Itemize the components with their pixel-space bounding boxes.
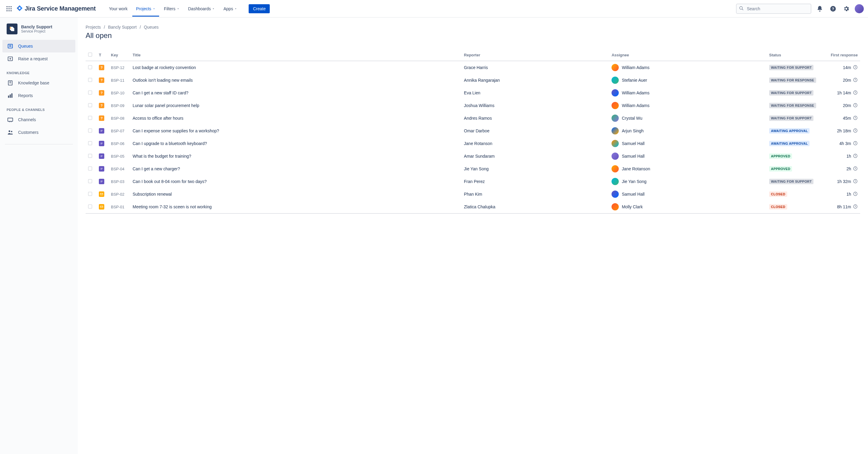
create-button[interactable]: Create <box>249 4 270 13</box>
table-row[interactable]: BSP-02 Subscription renewal Phan Kim Sam… <box>86 188 860 201</box>
chevron-down-icon <box>153 6 156 11</box>
nav-apps[interactable]: Apps <box>220 1 241 17</box>
issue-key[interactable]: BSP-11 <box>111 78 124 83</box>
issue-title[interactable]: Lost badge at rocketry convention <box>133 65 196 70</box>
issue-title[interactable]: Access to office after hours <box>133 116 184 121</box>
reporter-name: Joshua Williams <box>464 103 494 108</box>
row-checkbox[interactable] <box>88 204 92 209</box>
row-checkbox[interactable] <box>88 116 92 120</box>
issue-title[interactable]: What is the budget for training? <box>133 154 191 158</box>
nav-filters[interactable]: Filters <box>160 1 183 17</box>
table-row[interactable]: BSP-03 Can I book out 8-04 room for two … <box>86 175 860 188</box>
row-checkbox[interactable] <box>88 192 92 196</box>
column-title[interactable]: Title <box>130 50 461 61</box>
status-badge[interactable]: CLOSED <box>769 204 787 210</box>
assignee-avatar <box>612 140 619 147</box>
issue-key[interactable]: BSP-05 <box>111 154 124 158</box>
row-checkbox[interactable] <box>88 103 92 107</box>
breadcrumb-item[interactable]: Bancly Support <box>108 25 136 30</box>
breadcrumb-item[interactable]: Queues <box>144 25 158 30</box>
table-row[interactable]: ? BSP-09 Lunar solar panel procurement h… <box>86 99 860 112</box>
issue-title[interactable]: Can I get a new staff ID card? <box>133 90 188 95</box>
status-badge[interactable]: WAITING FOR SUPPORT <box>769 90 813 96</box>
issue-type-icon <box>99 153 106 159</box>
row-checkbox[interactable] <box>88 65 92 69</box>
sidebar-item-customers[interactable]: Customers <box>2 126 75 139</box>
row-checkbox[interactable] <box>88 167 92 171</box>
svg-rect-36 <box>101 131 103 131</box>
settings-icon[interactable] <box>841 4 851 13</box>
issue-key[interactable]: BSP-06 <box>111 141 124 146</box>
issue-key[interactable]: BSP-09 <box>111 103 124 108</box>
table-row[interactable]: BSP-01 Meeting room 7-32 is sceen is not… <box>86 201 860 213</box>
issue-title[interactable]: Can I get a new charger? <box>133 167 180 171</box>
issue-key[interactable]: BSP-12 <box>111 65 124 70</box>
issue-key[interactable]: BSP-02 <box>111 192 124 196</box>
status-badge[interactable]: WAITING FOR SUPPORT <box>769 179 813 184</box>
row-checkbox[interactable] <box>88 154 92 158</box>
issue-title[interactable]: Outlook isn't loading new emails <box>133 78 193 83</box>
table-row[interactable]: ? BSP-10 Can I get a new staff ID card? … <box>86 87 860 99</box>
row-checkbox[interactable] <box>88 90 92 95</box>
project-header[interactable]: Bancly Support Service Project <box>2 24 75 40</box>
issue-title[interactable]: Can I book out 8-04 room for two days? <box>133 179 207 184</box>
issue-title[interactable]: Can I upgrade to a bluetooth keyboard? <box>133 141 207 146</box>
table-row[interactable]: BSP-07 Can I expense some supplies for a… <box>86 124 860 137</box>
table-row[interactable]: ? BSP-11 Outlook isn't loading new email… <box>86 74 860 87</box>
profile-avatar[interactable] <box>855 4 864 13</box>
sidebar-item-queues[interactable]: Queues <box>2 40 75 53</box>
nav-projects[interactable]: Projects <box>132 1 159 17</box>
status-badge[interactable]: WAITING FOR RESPONSE <box>769 103 816 108</box>
issue-title[interactable]: Lunar solar panel procurement help <box>133 103 199 108</box>
status-badge[interactable]: WAITING FOR SUPPORT <box>769 116 813 121</box>
issue-key[interactable]: BSP-01 <box>111 205 124 209</box>
status-badge[interactable]: APPROVED <box>769 166 792 172</box>
breadcrumb-item[interactable]: Projects <box>86 25 101 30</box>
sidebar-item-channels[interactable]: Channels <box>2 113 75 126</box>
sidebar-item-raise-a-request[interactable]: Raise a request <box>2 53 75 65</box>
table-row[interactable]: BSP-06 Can I upgrade to a bluetooth keyb… <box>86 137 860 150</box>
sidebar-item-reports[interactable]: Reports <box>2 89 75 102</box>
status-badge[interactable]: WAITING FOR RESPONSE <box>769 78 816 83</box>
first-response-time: 45m <box>843 116 851 121</box>
nav-your-work[interactable]: Your work <box>105 1 131 17</box>
table-row[interactable]: ? BSP-12 Lost badge at rocketry conventi… <box>86 61 860 74</box>
issue-key[interactable]: BSP-04 <box>111 167 124 171</box>
column-status[interactable]: Status <box>767 50 824 61</box>
column-key[interactable]: Key <box>108 50 130 61</box>
row-checkbox[interactable] <box>88 179 92 183</box>
table-row[interactable]: BSP-05 What is the budget for training? … <box>86 150 860 162</box>
row-checkbox[interactable] <box>88 141 92 145</box>
issue-title[interactable]: Can I expense some supplies for a worksh… <box>133 128 219 133</box>
table-row[interactable]: ? BSP-08 Access to office after hours An… <box>86 112 860 124</box>
assignee-avatar <box>612 165 619 173</box>
issue-key[interactable]: BSP-03 <box>111 179 124 184</box>
column-reporter[interactable]: Reporter <box>461 50 609 61</box>
nav-dashboards[interactable]: Dashboards <box>184 1 219 17</box>
status-badge[interactable]: AWAITING APPROVAL <box>769 141 809 146</box>
status-badge[interactable]: APPROVED <box>769 153 792 159</box>
assignee-name: Stefanie Auer <box>622 78 647 83</box>
issue-title[interactable]: Meeting room 7-32 is sceen is not workin… <box>133 204 212 209</box>
column-type[interactable]: T <box>96 50 108 61</box>
status-badge[interactable]: WAITING FOR SUPPORT <box>769 65 813 70</box>
issue-key[interactable]: BSP-07 <box>111 129 124 133</box>
status-badge[interactable]: AWAITING APPROVAL <box>769 128 809 133</box>
row-checkbox[interactable] <box>88 78 92 82</box>
column-assignee[interactable]: Assignee <box>609 50 767 61</box>
search-input[interactable] <box>736 4 811 14</box>
customers-icon <box>7 129 14 136</box>
row-checkbox[interactable] <box>88 128 92 133</box>
issue-key[interactable]: BSP-08 <box>111 116 124 121</box>
issue-title[interactable]: Subscription renewal <box>133 192 172 196</box>
select-all-checkbox[interactable] <box>88 53 92 57</box>
notifications-icon[interactable] <box>815 4 825 13</box>
status-badge[interactable]: CLOSED <box>769 191 787 197</box>
help-icon[interactable]: ? <box>828 4 838 13</box>
product-logo[interactable]: Jira Service Management <box>16 5 96 12</box>
app-switcher-icon[interactable] <box>4 4 14 13</box>
sidebar-item-knowledge-base[interactable]: Knowledge base <box>2 77 75 89</box>
table-row[interactable]: BSP-04 Can I get a new charger? Jie Yan … <box>86 162 860 175</box>
column-first-response[interactable]: First response <box>824 50 860 61</box>
issue-key[interactable]: BSP-10 <box>111 91 124 95</box>
